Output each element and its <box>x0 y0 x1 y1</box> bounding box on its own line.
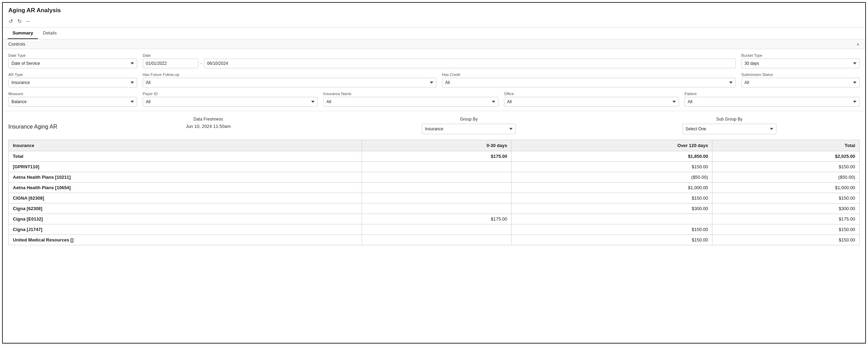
more-icon[interactable]: ••• <box>25 18 31 24</box>
patient-label: Patient <box>685 92 860 96</box>
cell-over-120: $150.00 <box>512 193 712 203</box>
date-type-field: Date Type Date of Service Date of Entry <box>8 53 137 68</box>
cell-0-30 <box>362 193 512 203</box>
report-title: Insurance Aging AR <box>8 117 78 130</box>
has-future-followup-select[interactable]: All Yes No <box>143 78 436 87</box>
cell-over-120 <box>512 214 712 224</box>
data-freshness-label: Data Freshness <box>78 117 339 122</box>
cell-insurance: Cigna [E0132] <box>9 214 362 224</box>
insurance-name-select[interactable]: All <box>323 97 498 107</box>
cell-0-30: $175.00 <box>362 214 512 224</box>
date-field-group: Date - <box>143 53 736 68</box>
measure-field: Measure Balance Charges <box>8 92 137 107</box>
data-freshness-value: Jun 10, 2024 11:50am <box>78 124 339 129</box>
data-freshness-section: Data Freshness Jun 10, 2024 11:50am <box>78 117 339 129</box>
ar-type-field: AR Type Insurance Patient All <box>8 72 137 87</box>
has-credit-select[interactable]: All Yes No <box>442 78 736 87</box>
cell-over-120: $1,850.00 <box>512 151 712 162</box>
col-header-total: Total <box>712 140 860 151</box>
main-content: Insurance Aging AR Data Freshness Jun 10… <box>3 111 865 251</box>
cell-over-120: $150.00 <box>512 235 712 245</box>
cell-insurance: [GPRNT110] <box>9 162 362 172</box>
cell-insurance: CIGNA [62308] <box>9 193 362 203</box>
table-row: Total$175.00$1,850.00$2,025.00 <box>9 151 860 162</box>
bucket-type-select[interactable]: 30 days 60 days 90 days <box>741 59 860 68</box>
cell-over-120: $150.00 <box>512 162 712 172</box>
controls-row-1: Date Type Date of Service Date of Entry … <box>8 53 860 68</box>
tab-summary[interactable]: Summary <box>8 28 38 39</box>
table-row: Aetna Health Plans [10211]($50.00)($50.0… <box>9 172 860 183</box>
controls-section: Date Type Date of Service Date of Entry … <box>3 49 865 111</box>
submission-status-label: Submission Status <box>741 72 860 77</box>
table-row: Cigna [E0132]$175.00$175.00 <box>9 214 860 224</box>
col-header-over-120: Over 120 days <box>512 140 712 151</box>
date-from-input[interactable] <box>143 59 198 68</box>
ar-type-label: AR Type <box>8 72 137 77</box>
office-label: Office <box>504 92 679 96</box>
controls-header: Controls ∧ <box>3 39 865 49</box>
cell-0-30 <box>362 224 512 235</box>
ar-type-select[interactable]: Insurance Patient All <box>8 78 137 87</box>
date-range: - <box>143 59 736 68</box>
table-row: Cigna [62308]$300.00$300.00 <box>9 203 860 214</box>
date-separator: - <box>200 61 202 66</box>
date-to-input[interactable] <box>204 59 736 68</box>
cell-0-30 <box>362 203 512 214</box>
sub-group-by-label: Sub Group By <box>599 117 860 122</box>
table-header-row: Insurance 0-30 days Over 120 days Total <box>9 140 860 151</box>
cell-0-30 <box>362 235 512 245</box>
col-header-0-30: 0-30 days <box>362 140 512 151</box>
cell-total: ($50.00) <box>712 172 860 183</box>
insurance-name-label: Insurance Name <box>323 92 498 96</box>
cell-insurance: Total <box>9 151 362 162</box>
bucket-type-field: Bucket Type 30 days 60 days 90 days <box>741 53 860 68</box>
tab-details[interactable]: Details <box>38 28 62 39</box>
cell-total: $150.00 <box>712 162 860 172</box>
measure-select[interactable]: Balance Charges <box>8 97 137 107</box>
group-by-section: Group By Insurance Office Patient <box>339 117 599 134</box>
cell-0-30 <box>362 162 512 172</box>
controls-row-2: AR Type Insurance Patient All Has Future… <box>8 72 860 87</box>
group-by-label: Group By <box>339 117 599 122</box>
controls-label: Controls <box>8 41 25 47</box>
cell-insurance: Cigna [J1747] <box>9 224 362 235</box>
office-select[interactable]: All <box>504 97 679 107</box>
controls-collapse-icon[interactable]: ∧ <box>857 42 860 47</box>
cell-0-30: $175.00 <box>362 151 512 162</box>
patient-select[interactable]: All <box>685 97 860 107</box>
payer-id-select[interactable]: All <box>143 97 318 107</box>
cell-over-120: ($50.00) <box>512 172 712 183</box>
table-row: Aetna Health Plans [10654]$1,000.00$1,00… <box>9 183 860 193</box>
cell-insurance: Aetna Health Plans [10654] <box>9 183 362 193</box>
cell-insurance: Aetna Health Plans [10211] <box>9 172 362 183</box>
group-by-select[interactable]: Insurance Office Patient <box>422 124 516 134</box>
sub-group-by-section: Sub Group By Select One Insurance Office… <box>599 117 860 134</box>
has-future-followup-label: Has Future Follow-up <box>143 72 436 77</box>
cell-over-120: $150.00 <box>512 224 712 235</box>
bucket-type-label: Bucket Type <box>741 53 860 57</box>
cell-total: $175.00 <box>712 214 860 224</box>
cell-0-30 <box>362 172 512 183</box>
payer-id-field: Payer ID All <box>143 92 318 107</box>
cell-over-120: $300.00 <box>512 203 712 214</box>
app-title: Aging AR Analysis <box>3 3 865 16</box>
has-future-followup-field: Has Future Follow-up All Yes No <box>143 72 436 87</box>
table-row: [GPRNT110]$150.00$150.00 <box>9 162 860 172</box>
cell-total: $1,000.00 <box>712 183 860 193</box>
patient-field: Patient All <box>685 92 860 107</box>
cell-insurance: Cigna [62308] <box>9 203 362 214</box>
redo-icon[interactable]: ↻ <box>16 17 23 25</box>
payer-id-label: Payer ID <box>143 92 318 96</box>
cell-insurance: United Medical Resources [] <box>9 235 362 245</box>
date-type-select[interactable]: Date of Service Date of Entry <box>8 59 137 68</box>
has-credit-label: Has Credit <box>442 72 736 77</box>
data-table: Insurance 0-30 days Over 120 days Total … <box>8 140 860 245</box>
toolbar: ↺ ↻ ••• <box>3 16 865 28</box>
undo-icon[interactable]: ↺ <box>8 17 14 25</box>
cell-total: $150.00 <box>712 235 860 245</box>
table-row: CIGNA [62308]$150.00$150.00 <box>9 193 860 203</box>
submission-status-select[interactable]: All Submitted Unsubmitted <box>741 78 860 87</box>
office-field: Office All <box>504 92 679 107</box>
sub-group-by-select[interactable]: Select One Insurance Office Patient <box>682 124 776 134</box>
tabs-bar: Summary Details <box>3 28 865 39</box>
